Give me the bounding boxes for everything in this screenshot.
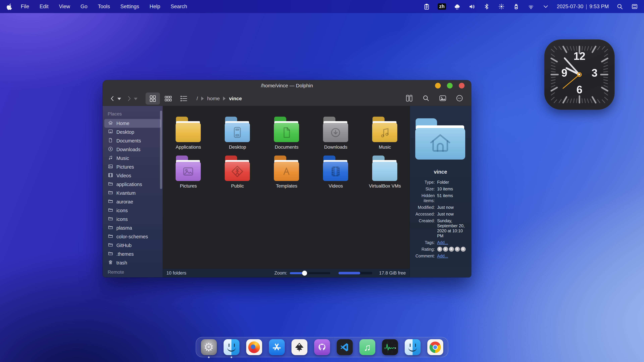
zoom-slider-thumb[interactable] (302, 271, 307, 276)
search-icon[interactable] (616, 3, 624, 10)
menu-edit[interactable]: Edit (40, 3, 48, 9)
menu-file[interactable]: File (21, 3, 29, 9)
dock-finder[interactable] (224, 339, 240, 355)
compact-view-button[interactable] (161, 92, 176, 105)
sidebar-scrollbar[interactable] (160, 111, 162, 189)
sidebar-item-desktop[interactable]: Desktop (104, 128, 161, 136)
folder-desktop[interactable]: Desktop (213, 117, 262, 156)
menu-help[interactable]: Help (150, 3, 160, 9)
folder-pictures[interactable]: Pictures (164, 156, 213, 194)
back-button[interactable] (108, 95, 123, 102)
breadcrumb-root[interactable]: / (196, 96, 198, 101)
folder-music[interactable]: Music (360, 117, 410, 156)
sidebar-item-downloads[interactable]: Downloads (104, 145, 161, 154)
menubar-time: 9:53 PM (590, 3, 609, 9)
brightness-icon[interactable] (498, 3, 505, 10)
dock-vscode[interactable] (337, 339, 353, 355)
minimize-button[interactable] (435, 83, 441, 88)
forward-history-caret[interactable] (134, 98, 138, 100)
menu-view[interactable]: View (59, 3, 70, 9)
sidebar-item-videos[interactable]: Videos (104, 171, 161, 180)
dock-github-desktop[interactable] (314, 339, 330, 355)
places-header: Places (103, 109, 163, 119)
sidebar-item-applications[interactable]: applications (104, 180, 161, 189)
folder-downloads[interactable]: Downloads (311, 117, 360, 156)
dock-firefox[interactable] (246, 339, 262, 355)
dock-activity-monitor[interactable] (382, 339, 398, 355)
menu-settings[interactable]: Settings (120, 3, 139, 9)
menu-search[interactable]: Search (171, 3, 187, 9)
star-icon[interactable]: ★ (443, 247, 448, 252)
sidebar-item-kvantum[interactable]: Kvantum (104, 189, 161, 197)
folder-virtualbox-vms[interactable]: VirtualBox VMs (360, 156, 410, 194)
star-icon[interactable]: ★ (437, 247, 442, 252)
back-history-caret[interactable] (118, 98, 121, 100)
finder-icon (224, 339, 240, 355)
zoom-slider[interactable] (290, 272, 330, 274)
folder-icon (108, 233, 113, 240)
hamburger-menu-button[interactable] (455, 94, 464, 103)
details-view-button[interactable] (176, 92, 191, 105)
folder-icon (108, 242, 113, 249)
maximize-button[interactable] (447, 83, 453, 88)
folder-templates[interactable]: Templates (262, 156, 311, 194)
menubar-datetime[interactable]: 2025-07-30 | 9:53 PM (557, 3, 609, 9)
rating-stars[interactable]: ★★★★★ (437, 247, 466, 252)
folder-videos[interactable]: Videos (311, 156, 360, 194)
sidebar-item-icons[interactable]: icons (104, 206, 161, 215)
dock-app-store[interactable] (269, 339, 285, 355)
film-icon (108, 172, 113, 179)
sidebar-item-trash[interactable]: trash (104, 258, 161, 267)
wifi-icon[interactable] (527, 3, 535, 10)
preview-button[interactable] (438, 94, 447, 103)
sidebar-item-documents[interactable]: Documents (104, 136, 161, 145)
close-button[interactable] (459, 83, 464, 88)
cloud-icon[interactable] (454, 3, 461, 10)
breadcrumb-home[interactable]: home (207, 96, 220, 101)
folder-public[interactable]: Public (213, 156, 262, 194)
star-icon[interactable]: ★ (455, 247, 460, 252)
dock: ⚙♫ (196, 337, 448, 357)
info-label: Type: (410, 180, 435, 185)
star-icon[interactable]: ★ (461, 247, 466, 252)
sidebar-item-aurorae[interactable]: aurorae (104, 197, 161, 206)
add-link[interactable]: Add... (437, 240, 470, 245)
star-icon[interactable]: ★ (449, 247, 454, 252)
icons-view-button[interactable] (146, 92, 160, 105)
menu-go[interactable]: Go (80, 3, 88, 9)
dock-inkscape[interactable] (292, 339, 308, 355)
dock-music[interactable]: ♫ (360, 339, 375, 355)
forward-button[interactable] (124, 95, 139, 102)
input-method-badge[interactable]: zh (438, 3, 446, 9)
add-link[interactable]: Add... (437, 253, 470, 258)
breadcrumb-current[interactable]: vince (229, 96, 242, 101)
menu-tools[interactable]: Tools (98, 3, 110, 9)
free-space-text: 17.8 GiB free (379, 271, 406, 276)
folder-applications[interactable]: Applications (164, 117, 213, 156)
clipboard-icon[interactable] (423, 3, 430, 10)
dock-finder-alt[interactable] (405, 339, 420, 355)
sidebar-item-color-schemes[interactable]: color-schemes (104, 232, 161, 241)
bluetooth-icon[interactable] (483, 3, 490, 10)
sidebar-item-pictures[interactable]: Pictures (104, 163, 161, 171)
search-toolbar-button[interactable] (422, 94, 430, 103)
chrome-icon (427, 339, 443, 355)
folder-documents[interactable]: Documents (262, 117, 311, 156)
notification-panel-icon[interactable] (631, 3, 638, 10)
sidebar-item-home[interactable]: Home (104, 119, 161, 128)
sidebar-item-github[interactable]: GitHub (104, 241, 161, 250)
dock-system-settings[interactable]: ⚙ (201, 339, 217, 355)
clock-widget[interactable]: 12369 (544, 39, 615, 110)
volume-icon[interactable] (468, 3, 476, 10)
dock-chrome[interactable] (427, 339, 443, 355)
chevron-down-icon[interactable] (542, 3, 550, 10)
info-label: Comment: (410, 253, 435, 258)
apple-menu-icon[interactable] (6, 3, 14, 10)
sidebar-item-plasma[interactable]: plasma (104, 224, 161, 232)
sidebar-item-icons[interactable]: icons (104, 215, 161, 224)
sidebar-item-themes[interactable]: .themes (104, 250, 161, 258)
sidebar-item-music[interactable]: Music (104, 154, 161, 163)
window-titlebar[interactable]: /home/vince — Dolphin (103, 80, 471, 91)
usb-drive-icon[interactable] (512, 3, 520, 10)
split-view-button[interactable] (405, 94, 414, 103)
